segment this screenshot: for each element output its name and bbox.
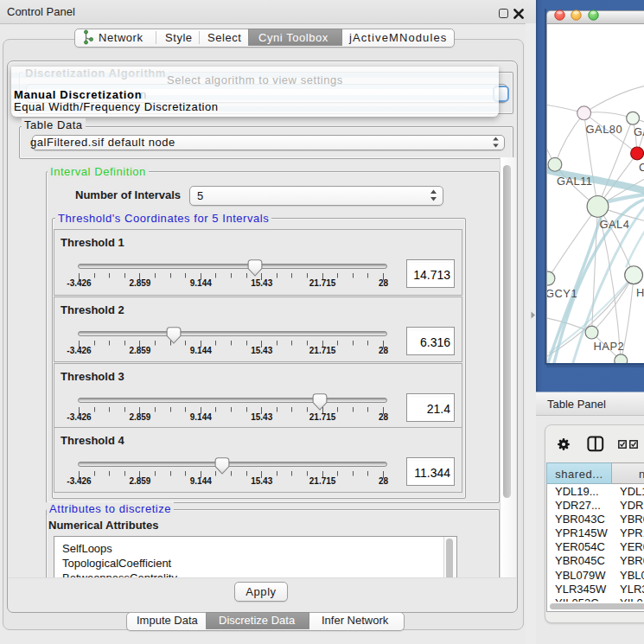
svg-text:GAL4: GAL4 — [599, 218, 629, 231]
svg-text:C: C — [639, 161, 644, 174]
svg-text:GAL80: GAL80 — [586, 123, 623, 136]
svg-text:GCY1: GCY1 — [546, 287, 577, 300]
svg-text:H: H — [636, 286, 644, 299]
svg-text:GA: GA — [634, 125, 644, 138]
svg-text:HAP2: HAP2 — [594, 340, 625, 353]
svg-text:GAL11: GAL11 — [557, 175, 593, 188]
